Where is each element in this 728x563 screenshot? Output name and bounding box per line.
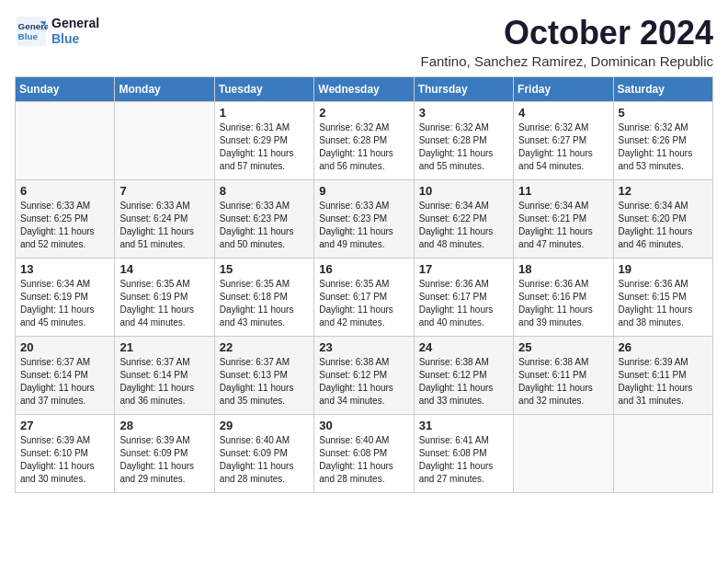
calendar-week-row: 6Sunrise: 6:33 AM Sunset: 6:25 PM Daylig… <box>16 179 713 258</box>
logo: General Blue General Blue <box>15 15 99 48</box>
day-number: 21 <box>119 340 209 354</box>
calendar-week-row: 20Sunrise: 6:37 AM Sunset: 6:14 PM Dayli… <box>16 336 713 414</box>
calendar-cell: 21Sunrise: 6:37 AM Sunset: 6:14 PM Dayli… <box>115 336 214 414</box>
day-number: 13 <box>20 262 109 276</box>
day-info: Sunrise: 6:40 AM Sunset: 6:08 PM Dayligh… <box>319 434 408 486</box>
calendar-cell: 1Sunrise: 6:31 AM Sunset: 6:29 PM Daylig… <box>214 101 313 179</box>
day-info: Sunrise: 6:33 AM Sunset: 6:24 PM Dayligh… <box>119 200 209 251</box>
day-info: Sunrise: 6:36 AM Sunset: 6:17 PM Dayligh… <box>419 278 508 329</box>
weekday-header-sunday: Sunday <box>16 76 115 101</box>
calendar-cell: 13Sunrise: 6:34 AM Sunset: 6:19 PM Dayli… <box>16 258 115 336</box>
day-info: Sunrise: 6:35 AM Sunset: 6:18 PM Dayligh… <box>220 278 309 329</box>
weekday-header-monday: Monday <box>115 76 214 101</box>
day-info: Sunrise: 6:38 AM Sunset: 6:12 PM Dayligh… <box>319 356 408 408</box>
day-number: 26 <box>619 340 708 354</box>
day-number: 14 <box>119 262 209 276</box>
calendar-cell: 20Sunrise: 6:37 AM Sunset: 6:14 PM Dayli… <box>16 336 115 414</box>
day-number: 16 <box>319 262 408 276</box>
calendar-cell: 14Sunrise: 6:35 AM Sunset: 6:19 PM Dayli… <box>115 258 214 336</box>
day-info: Sunrise: 6:34 AM Sunset: 6:22 PM Dayligh… <box>419 200 508 251</box>
calendar-cell: 28Sunrise: 6:39 AM Sunset: 6:09 PM Dayli… <box>115 414 214 492</box>
day-number: 29 <box>220 419 309 432</box>
day-number: 6 <box>20 184 109 198</box>
day-number: 28 <box>119 419 209 432</box>
calendar-cell: 2Sunrise: 6:32 AM Sunset: 6:28 PM Daylig… <box>314 101 414 179</box>
day-number: 30 <box>319 419 408 432</box>
weekday-header-saturday: Saturday <box>613 76 712 101</box>
weekday-header-friday: Friday <box>514 76 613 101</box>
title-area: October 2024 Fantino, Sanchez Ramirez, D… <box>421 15 713 69</box>
calendar-cell <box>613 414 712 492</box>
day-info: Sunrise: 6:35 AM Sunset: 6:17 PM Dayligh… <box>319 278 408 329</box>
calendar-cell: 7Sunrise: 6:33 AM Sunset: 6:24 PM Daylig… <box>115 179 214 258</box>
calendar-cell: 5Sunrise: 6:32 AM Sunset: 6:26 PM Daylig… <box>613 101 712 179</box>
day-number: 19 <box>619 262 708 276</box>
day-info: Sunrise: 6:39 AM Sunset: 6:09 PM Dayligh… <box>119 434 209 486</box>
day-info: Sunrise: 6:32 AM Sunset: 6:26 PM Dayligh… <box>619 121 708 173</box>
calendar-cell <box>16 101 115 179</box>
day-number: 5 <box>619 106 708 120</box>
day-number: 12 <box>619 184 708 198</box>
day-info: Sunrise: 6:36 AM Sunset: 6:16 PM Dayligh… <box>518 278 608 329</box>
day-number: 17 <box>419 262 508 276</box>
calendar-table: SundayMondayTuesdayWednesdayThursdayFrid… <box>15 76 713 493</box>
svg-text:Blue: Blue <box>18 31 39 41</box>
day-number: 31 <box>419 419 508 432</box>
day-number: 20 <box>20 340 109 354</box>
calendar-cell: 6Sunrise: 6:33 AM Sunset: 6:25 PM Daylig… <box>16 179 115 258</box>
day-number: 11 <box>518 184 608 198</box>
calendar-cell <box>514 414 613 492</box>
calendar-week-row: 1Sunrise: 6:31 AM Sunset: 6:29 PM Daylig… <box>16 101 713 179</box>
day-number: 25 <box>518 340 608 354</box>
logo-icon: General Blue <box>15 15 48 48</box>
calendar-cell: 12Sunrise: 6:34 AM Sunset: 6:20 PM Dayli… <box>613 179 712 258</box>
weekday-header-thursday: Thursday <box>414 76 513 101</box>
calendar-cell: 23Sunrise: 6:38 AM Sunset: 6:12 PM Dayli… <box>314 336 414 414</box>
calendar-cell: 29Sunrise: 6:40 AM Sunset: 6:09 PM Dayli… <box>214 414 313 492</box>
day-number: 7 <box>119 184 209 198</box>
logo-text-general: General <box>51 16 99 31</box>
month-title: October 2024 <box>421 15 713 52</box>
day-number: 18 <box>518 262 608 276</box>
day-info: Sunrise: 6:37 AM Sunset: 6:14 PM Dayligh… <box>20 356 109 408</box>
day-number: 9 <box>319 184 408 198</box>
calendar-week-row: 13Sunrise: 6:34 AM Sunset: 6:19 PM Dayli… <box>16 258 713 336</box>
day-info: Sunrise: 6:37 AM Sunset: 6:13 PM Dayligh… <box>220 356 309 408</box>
day-number: 3 <box>419 106 508 120</box>
calendar-cell: 19Sunrise: 6:36 AM Sunset: 6:15 PM Dayli… <box>613 258 712 336</box>
calendar-cell: 8Sunrise: 6:33 AM Sunset: 6:23 PM Daylig… <box>214 179 313 258</box>
calendar-cell: 18Sunrise: 6:36 AM Sunset: 6:16 PM Dayli… <box>514 258 613 336</box>
day-info: Sunrise: 6:33 AM Sunset: 6:25 PM Dayligh… <box>20 200 109 251</box>
logo-text-blue: Blue <box>51 31 99 47</box>
calendar-cell: 24Sunrise: 6:38 AM Sunset: 6:12 PM Dayli… <box>414 336 513 414</box>
calendar-cell: 22Sunrise: 6:37 AM Sunset: 6:13 PM Dayli… <box>214 336 313 414</box>
calendar-cell: 27Sunrise: 6:39 AM Sunset: 6:10 PM Dayli… <box>16 414 115 492</box>
location-title: Fantino, Sanchez Ramirez, Dominican Repu… <box>421 53 713 69</box>
day-info: Sunrise: 6:34 AM Sunset: 6:21 PM Dayligh… <box>518 200 608 251</box>
weekday-header-tuesday: Tuesday <box>214 76 313 101</box>
calendar-cell: 31Sunrise: 6:41 AM Sunset: 6:08 PM Dayli… <box>414 414 513 492</box>
day-info: Sunrise: 6:41 AM Sunset: 6:08 PM Dayligh… <box>419 434 508 486</box>
calendar-cell: 4Sunrise: 6:32 AM Sunset: 6:27 PM Daylig… <box>514 101 613 179</box>
day-number: 2 <box>319 106 408 120</box>
day-info: Sunrise: 6:40 AM Sunset: 6:09 PM Dayligh… <box>220 434 309 486</box>
calendar-cell: 15Sunrise: 6:35 AM Sunset: 6:18 PM Dayli… <box>214 258 313 336</box>
day-info: Sunrise: 6:35 AM Sunset: 6:19 PM Dayligh… <box>119 278 209 329</box>
day-info: Sunrise: 6:39 AM Sunset: 6:11 PM Dayligh… <box>619 356 708 408</box>
day-number: 27 <box>20 419 109 432</box>
day-info: Sunrise: 6:32 AM Sunset: 6:28 PM Dayligh… <box>419 121 508 173</box>
day-info: Sunrise: 6:31 AM Sunset: 6:29 PM Dayligh… <box>220 121 309 173</box>
calendar-cell <box>115 101 214 179</box>
day-info: Sunrise: 6:34 AM Sunset: 6:19 PM Dayligh… <box>20 278 109 329</box>
day-number: 24 <box>419 340 508 354</box>
day-number: 1 <box>220 106 309 120</box>
day-info: Sunrise: 6:36 AM Sunset: 6:15 PM Dayligh… <box>619 278 708 329</box>
calendar-cell: 26Sunrise: 6:39 AM Sunset: 6:11 PM Dayli… <box>613 336 712 414</box>
day-info: Sunrise: 6:39 AM Sunset: 6:10 PM Dayligh… <box>20 434 109 486</box>
calendar-cell: 25Sunrise: 6:38 AM Sunset: 6:11 PM Dayli… <box>514 336 613 414</box>
calendar-week-row: 27Sunrise: 6:39 AM Sunset: 6:10 PM Dayli… <box>16 414 713 492</box>
calendar-cell: 11Sunrise: 6:34 AM Sunset: 6:21 PM Dayli… <box>514 179 613 258</box>
day-info: Sunrise: 6:33 AM Sunset: 6:23 PM Dayligh… <box>319 200 408 251</box>
day-info: Sunrise: 6:34 AM Sunset: 6:20 PM Dayligh… <box>619 200 708 251</box>
weekday-header-wednesday: Wednesday <box>314 76 414 101</box>
